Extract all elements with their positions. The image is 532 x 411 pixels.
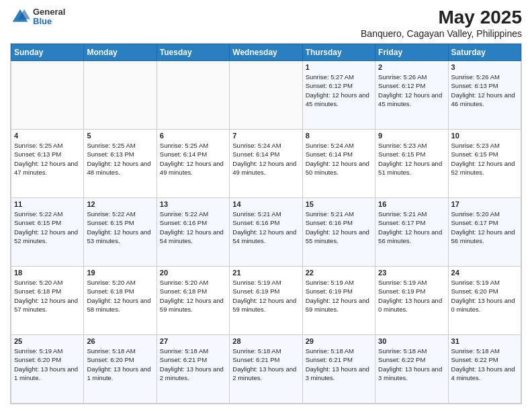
day-info: Sunrise: 5:25 AM Sunset: 6:13 PM Dayligh… [14, 141, 81, 177]
day-info: Sunrise: 5:18 AM Sunset: 6:21 PM Dayligh… [306, 347, 372, 382]
sunset-label: Sunset: 6:20 PM [451, 287, 498, 295]
calendar-day-header: Sunday [11, 44, 84, 61]
daylight-label: Daylight: 12 hours and 59 minutes. [306, 297, 369, 313]
calendar-cell: 24 Sunrise: 5:19 AM Sunset: 6:20 PM Dayl… [448, 267, 521, 335]
sunrise-label: Sunrise: 5:20 AM [160, 279, 208, 286]
calendar-cell: 26 Sunrise: 5:18 AM Sunset: 6:20 PM Dayl… [84, 335, 157, 404]
sunset-label: Sunset: 6:18 PM [160, 287, 207, 295]
day-info: Sunrise: 5:22 AM Sunset: 6:15 PM Dayligh… [87, 210, 153, 245]
daylight-label: Daylight: 13 hours and 2 minutes. [232, 365, 296, 381]
day-number: 26 [87, 337, 153, 345]
day-info: Sunrise: 5:24 AM Sunset: 6:14 PM Dayligh… [232, 141, 299, 177]
calendar-cell: 29 Sunrise: 5:18 AM Sunset: 6:21 PM Dayl… [302, 335, 375, 404]
daylight-label: Daylight: 13 hours and 3 minutes. [306, 365, 369, 381]
sunrise-label: Sunrise: 5:19 AM [14, 347, 62, 355]
calendar-table: SundayMondayTuesdayWednesdayThursdayFrid… [11, 44, 521, 404]
calendar-cell: 17 Sunrise: 5:20 AM Sunset: 6:17 PM Dayl… [448, 198, 521, 267]
sunset-label: Sunset: 6:19 PM [232, 287, 279, 295]
sunset-label: Sunset: 6:12 PM [378, 82, 425, 89]
day-number: 7 [232, 132, 299, 140]
calendar-day-header: Saturday [448, 44, 521, 61]
sunset-label: Sunset: 6:15 PM [451, 150, 498, 158]
calendar-day-header: Friday [375, 44, 448, 61]
calendar-week-row: 11 Sunrise: 5:22 AM Sunset: 6:15 PM Dayl… [11, 198, 521, 267]
sunrise-label: Sunrise: 5:24 AM [232, 142, 281, 149]
daylight-label: Daylight: 12 hours and 45 minutes. [378, 91, 442, 107]
calendar-cell: 2 Sunrise: 5:26 AM Sunset: 6:12 PM Dayli… [375, 61, 448, 130]
logo-blue: Blue [33, 17, 65, 26]
daylight-label: Daylight: 12 hours and 56 minutes. [378, 228, 442, 244]
calendar-cell: 10 Sunrise: 5:23 AM Sunset: 6:15 PM Dayl… [448, 130, 521, 198]
sunrise-label: Sunrise: 5:22 AM [160, 210, 208, 218]
calendar-day-header: Wednesday [230, 44, 302, 61]
day-info: Sunrise: 5:20 AM Sunset: 6:18 PM Dayligh… [14, 278, 81, 314]
calendar-cell: 3 Sunrise: 5:26 AM Sunset: 6:13 PM Dayli… [448, 61, 521, 130]
sunrise-label: Sunrise: 5:19 AM [232, 279, 281, 286]
day-number: 1 [306, 63, 372, 71]
daylight-label: Daylight: 12 hours and 49 minutes. [160, 160, 224, 176]
sunrise-label: Sunrise: 5:18 AM [160, 347, 208, 355]
daylight-label: Daylight: 12 hours and 54 minutes. [232, 228, 296, 244]
daylight-label: Daylight: 12 hours and 50 minutes. [306, 160, 369, 176]
daylight-label: Daylight: 12 hours and 47 minutes. [14, 160, 78, 176]
day-info: Sunrise: 5:25 AM Sunset: 6:14 PM Dayligh… [160, 141, 226, 177]
calendar-cell: 28 Sunrise: 5:18 AM Sunset: 6:21 PM Dayl… [230, 335, 302, 404]
calendar-cell: 16 Sunrise: 5:21 AM Sunset: 6:17 PM Dayl… [375, 198, 448, 267]
daylight-label: Daylight: 12 hours and 51 minutes. [378, 160, 442, 176]
calendar-week-row: 18 Sunrise: 5:20 AM Sunset: 6:18 PM Dayl… [11, 267, 521, 335]
sunrise-label: Sunrise: 5:20 AM [87, 279, 135, 286]
page: General Blue May 2025 Banquero, Cagayan … [0, 0, 532, 411]
sunrise-label: Sunrise: 5:23 AM [378, 142, 427, 149]
sunset-label: Sunset: 6:20 PM [14, 356, 61, 363]
sunrise-label: Sunrise: 5:18 AM [451, 347, 500, 355]
calendar-cell [11, 61, 84, 130]
daylight-label: Daylight: 13 hours and 2 minutes. [160, 365, 224, 381]
daylight-label: Daylight: 12 hours and 48 minutes. [87, 160, 150, 176]
day-number: 3 [451, 63, 518, 71]
calendar-cell: 7 Sunrise: 5:24 AM Sunset: 6:14 PM Dayli… [230, 130, 302, 198]
calendar-day-header: Monday [84, 44, 157, 61]
day-info: Sunrise: 5:19 AM Sunset: 6:19 PM Dayligh… [306, 278, 372, 314]
day-info: Sunrise: 5:20 AM Sunset: 6:18 PM Dayligh… [160, 278, 226, 314]
sunset-label: Sunset: 6:19 PM [306, 287, 353, 295]
calendar-day-header: Thursday [302, 44, 375, 61]
sunrise-label: Sunrise: 5:19 AM [306, 279, 354, 286]
day-number: 17 [451, 200, 518, 208]
calendar-day-header: Tuesday [157, 44, 229, 61]
day-number: 4 [14, 132, 81, 140]
day-number: 18 [14, 269, 81, 277]
day-number: 27 [160, 337, 226, 345]
calendar-week-row: 4 Sunrise: 5:25 AM Sunset: 6:13 PM Dayli… [11, 130, 521, 198]
calendar-cell: 8 Sunrise: 5:24 AM Sunset: 6:14 PM Dayli… [302, 130, 375, 198]
sunset-label: Sunset: 6:21 PM [306, 356, 353, 363]
calendar: SundayMondayTuesdayWednesdayThursdayFrid… [10, 43, 522, 404]
daylight-label: Daylight: 12 hours and 45 minutes. [306, 91, 369, 107]
calendar-cell: 6 Sunrise: 5:25 AM Sunset: 6:14 PM Dayli… [157, 130, 229, 198]
calendar-header-row: SundayMondayTuesdayWednesdayThursdayFrid… [11, 44, 521, 61]
daylight-label: Daylight: 12 hours and 58 minutes. [87, 297, 150, 313]
sunset-label: Sunset: 6:14 PM [306, 150, 353, 158]
sunrise-label: Sunrise: 5:21 AM [306, 210, 354, 218]
sunrise-label: Sunrise: 5:25 AM [87, 142, 135, 149]
title-block: May 2025 Banquero, Cagayan Valley, Phili… [361, 7, 522, 39]
day-info: Sunrise: 5:21 AM Sunset: 6:16 PM Dayligh… [306, 210, 372, 245]
sunrise-label: Sunrise: 5:18 AM [306, 347, 354, 355]
day-number: 28 [232, 337, 299, 345]
daylight-label: Daylight: 12 hours and 53 minutes. [87, 228, 150, 244]
day-number: 29 [306, 337, 372, 345]
day-info: Sunrise: 5:18 AM Sunset: 6:22 PM Dayligh… [378, 347, 445, 382]
sunset-label: Sunset: 6:13 PM [14, 150, 61, 158]
sunrise-label: Sunrise: 5:21 AM [378, 210, 427, 218]
logo-general: General [33, 7, 65, 17]
sunset-label: Sunset: 6:16 PM [160, 219, 207, 226]
calendar-cell: 21 Sunrise: 5:19 AM Sunset: 6:19 PM Dayl… [230, 267, 302, 335]
day-info: Sunrise: 5:18 AM Sunset: 6:21 PM Dayligh… [232, 347, 299, 382]
daylight-label: Daylight: 13 hours and 1 minute. [87, 365, 150, 381]
day-number: 12 [87, 200, 153, 208]
sunrise-label: Sunrise: 5:18 AM [378, 347, 427, 355]
daylight-label: Daylight: 12 hours and 59 minutes. [232, 297, 296, 313]
day-info: Sunrise: 5:22 AM Sunset: 6:16 PM Dayligh… [160, 210, 226, 245]
header: General Blue May 2025 Banquero, Cagayan … [10, 7, 522, 39]
daylight-label: Daylight: 13 hours and 4 minutes. [451, 365, 515, 381]
sunset-label: Sunset: 6:14 PM [160, 150, 207, 158]
